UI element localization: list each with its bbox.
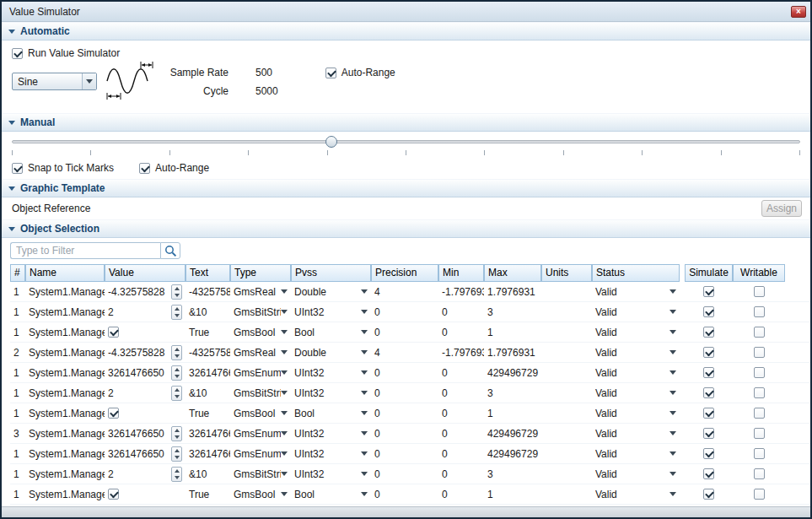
status-dropdown[interactable]: Valid [592, 306, 680, 318]
writable-checkbox[interactable] [754, 428, 765, 439]
writable-cell[interactable] [733, 489, 785, 500]
slider-track[interactable] [12, 140, 800, 143]
simulate-checkbox[interactable] [703, 367, 714, 378]
simulate-cell[interactable] [685, 347, 733, 358]
column-header-max[interactable]: Max [484, 264, 541, 282]
spinner-down-icon[interactable] [172, 434, 181, 441]
spinner-down-icon[interactable] [172, 292, 181, 299]
simulate-cell[interactable] [685, 327, 733, 338]
assign-button[interactable]: Assign [761, 200, 802, 217]
writable-cell[interactable] [733, 428, 785, 439]
simulate-cell[interactable] [685, 468, 733, 479]
simulate-checkbox[interactable] [703, 428, 714, 439]
table-row[interactable]: 2 System1.Managen -4.32575828 -43257582 … [10, 343, 810, 363]
writable-cell[interactable] [733, 327, 785, 338]
spinner-up-icon[interactable] [172, 387, 181, 393]
simulate-checkbox[interactable] [703, 468, 714, 479]
value-spinner[interactable] [171, 345, 182, 360]
auto-range-checkbox-automatic[interactable]: Auto-Range [325, 67, 395, 78]
writable-checkbox[interactable] [754, 387, 765, 398]
writable-checkbox[interactable] [754, 286, 765, 297]
simulate-checkbox[interactable] [703, 387, 714, 398]
checkbox-icon[interactable] [139, 163, 150, 174]
spinner-up-icon[interactable] [172, 285, 181, 292]
pvss-dropdown[interactable]: UInt32 [291, 468, 371, 480]
type-dropdown[interactable]: GmsBool [230, 408, 291, 419]
value-cell[interactable]: 2 [105, 467, 186, 482]
writable-cell[interactable] [733, 347, 785, 358]
table-row[interactable]: 1 System1.Managen 2 &10 GmsBitStri UInt3… [10, 302, 810, 322]
column-header-writable[interactable]: Writable [733, 264, 785, 282]
value-spinner[interactable] [171, 426, 182, 441]
manual-slider[interactable] [12, 135, 800, 149]
column-header-status[interactable]: Status [592, 264, 680, 282]
simulate-cell[interactable] [685, 489, 733, 500]
value-cell[interactable]: 3261476650 [105, 446, 186, 462]
pvss-dropdown[interactable]: UInt32 [291, 306, 371, 318]
value-checkbox[interactable] [108, 327, 119, 338]
status-dropdown[interactable]: Valid [592, 387, 680, 399]
simulate-checkbox[interactable] [703, 347, 714, 358]
value-spinner[interactable] [171, 446, 182, 462]
spinner-up-icon[interactable] [172, 468, 181, 474]
type-dropdown[interactable]: GmsEnum [230, 448, 291, 460]
type-dropdown[interactable]: GmsBool [230, 327, 291, 338]
simulate-cell[interactable] [685, 286, 733, 297]
column-header-num[interactable]: # [10, 264, 25, 282]
column-header-name[interactable]: Name [25, 264, 105, 282]
filter-input[interactable] [10, 242, 160, 259]
status-dropdown[interactable]: Valid [592, 428, 680, 440]
spinner-down-icon[interactable] [172, 312, 181, 319]
value-cell[interactable]: -4.32575828 [105, 284, 186, 300]
simulate-checkbox[interactable] [703, 286, 714, 297]
column-header-value[interactable]: Value [105, 264, 186, 282]
spinner-down-icon[interactable] [172, 454, 181, 461]
close-button[interactable]: × [791, 6, 806, 18]
pvss-dropdown[interactable]: Bool [291, 327, 371, 338]
simulate-cell[interactable] [685, 367, 733, 378]
pvss-dropdown[interactable]: Double [291, 286, 371, 298]
pvss-dropdown[interactable]: UInt32 [291, 387, 371, 399]
section-header-object-selection[interactable]: Object Selection [2, 219, 810, 238]
simulate-cell[interactable] [685, 448, 733, 459]
spinner-up-icon[interactable] [172, 447, 181, 454]
writable-checkbox[interactable] [754, 347, 765, 358]
pvss-dropdown[interactable]: Bool [291, 489, 371, 500]
value-checkbox[interactable] [108, 408, 119, 419]
value-cell[interactable] [105, 327, 186, 338]
simulate-cell[interactable] [685, 387, 733, 398]
spinner-down-icon[interactable] [172, 373, 181, 380]
search-button[interactable] [160, 242, 180, 259]
value-spinner[interactable] [171, 386, 182, 401]
table-row[interactable]: 1 System1.Managen -4.32575828 -43257582 … [10, 282, 810, 302]
simulate-checkbox[interactable] [703, 408, 714, 419]
column-header-min[interactable]: Min [438, 264, 484, 282]
status-dropdown[interactable]: Valid [592, 408, 680, 419]
status-dropdown[interactable]: Valid [592, 468, 680, 480]
checkbox-icon[interactable] [325, 68, 336, 78]
pvss-dropdown[interactable]: Double [291, 347, 371, 359]
table-row[interactable]: 1 System1.Managen 2 &10 GmsBitStri UInt3… [10, 383, 810, 403]
writable-cell[interactable] [733, 306, 785, 317]
spinner-up-icon[interactable] [172, 346, 181, 353]
writable-checkbox[interactable] [754, 367, 765, 378]
writable-cell[interactable] [733, 367, 785, 378]
type-dropdown[interactable]: GmsBitStri [230, 306, 291, 318]
spinner-down-icon[interactable] [172, 474, 181, 481]
checkbox-icon[interactable] [12, 48, 23, 59]
type-dropdown[interactable]: GmsReal [230, 286, 291, 298]
status-dropdown[interactable]: Valid [592, 347, 680, 359]
section-header-automatic[interactable]: Automatic [2, 22, 810, 41]
table-row[interactable]: 1 System1.Managen 3261476650 326147665 G… [10, 363, 810, 383]
simulate-cell[interactable] [685, 428, 733, 439]
simulate-checkbox[interactable] [703, 327, 714, 338]
value-cell[interactable]: 2 [105, 386, 186, 401]
pvss-dropdown[interactable]: UInt32 [291, 428, 371, 440]
value-spinner[interactable] [171, 467, 182, 482]
table-row[interactable]: 1 System1.Managen True GmsBool Bool 0 0 … [10, 403, 810, 424]
type-dropdown[interactable]: GmsReal [230, 347, 291, 359]
type-dropdown[interactable]: GmsBitStri [230, 468, 291, 480]
status-dropdown[interactable]: Valid [592, 448, 680, 460]
writable-checkbox[interactable] [754, 489, 765, 500]
table-row[interactable]: 1 System1.Managen True GmsBool Bool 0 0 … [10, 484, 810, 505]
